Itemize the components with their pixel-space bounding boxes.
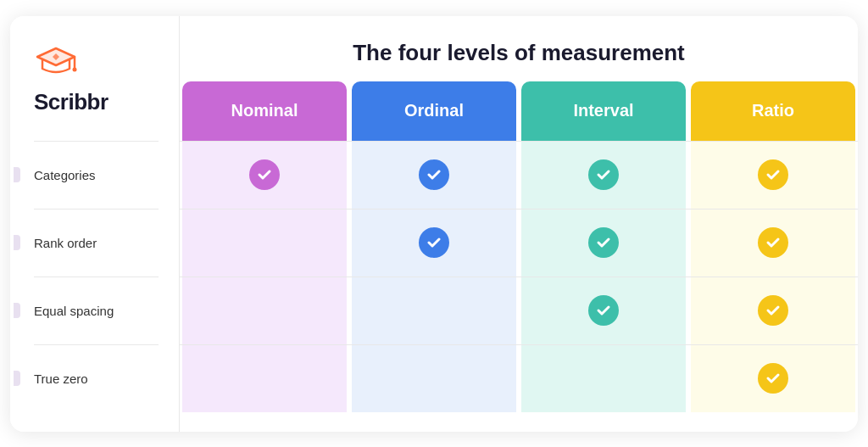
- data-cell: [352, 142, 516, 209]
- row-label: Rank order: [34, 209, 159, 277]
- row-label: Equal spacing: [34, 277, 159, 344]
- check-icon: [758, 159, 788, 190]
- col-header-interval: Interval: [521, 81, 686, 141]
- check-icon: [419, 227, 449, 258]
- data-cell: [521, 345, 686, 412]
- check-icon: [249, 159, 280, 190]
- data-cell: [352, 210, 516, 277]
- data-cell: [182, 277, 347, 344]
- row-label: Categories: [34, 141, 159, 209]
- main-card: Scribbr CategoriesRank orderEqual spacin…: [10, 16, 858, 432]
- logo-text: Scribbr: [34, 89, 108, 115]
- col-header-ordinal: Ordinal: [352, 81, 516, 141]
- table-wrapper: NominalOrdinalIntervalRatio: [180, 81, 858, 432]
- check-icon: [588, 227, 619, 258]
- table-row: [180, 277, 858, 344]
- table-row: [180, 141, 858, 209]
- col-header-nominal: Nominal: [182, 81, 347, 141]
- data-rows: [180, 141, 858, 432]
- check-icon: [588, 159, 619, 190]
- data-cell: [521, 210, 686, 277]
- data-cell: [182, 142, 347, 209]
- data-cell: [182, 210, 347, 277]
- check-icon: [758, 227, 788, 258]
- logo-icon: [34, 40, 78, 84]
- data-cell: [691, 142, 855, 209]
- data-cell: [352, 345, 516, 412]
- data-cell: [691, 345, 855, 412]
- row-labels: CategoriesRank orderEqual spacingTrue ze…: [34, 141, 159, 412]
- main-content: The four levels of measurement NominalOr…: [180, 16, 858, 432]
- table-title: The four levels of measurement: [180, 16, 858, 81]
- data-cell: [521, 277, 686, 344]
- check-icon: [419, 159, 449, 190]
- col-headers: NominalOrdinalIntervalRatio: [180, 81, 858, 141]
- check-icon: [588, 295, 619, 326]
- data-cell: [352, 277, 516, 344]
- check-icon: [758, 295, 788, 326]
- data-cell: [521, 142, 686, 209]
- table-row: [180, 344, 858, 412]
- data-cell: [691, 210, 855, 277]
- logo-area: Scribbr: [34, 40, 108, 115]
- sidebar: Scribbr CategoriesRank orderEqual spacin…: [10, 16, 180, 432]
- table-row: [180, 209, 858, 277]
- row-label: True zero: [34, 344, 159, 412]
- col-header-ratio: Ratio: [691, 81, 855, 141]
- data-cell: [691, 277, 855, 344]
- svg-point-4: [73, 67, 77, 71]
- data-cell: [182, 345, 347, 412]
- check-icon: [758, 363, 788, 394]
